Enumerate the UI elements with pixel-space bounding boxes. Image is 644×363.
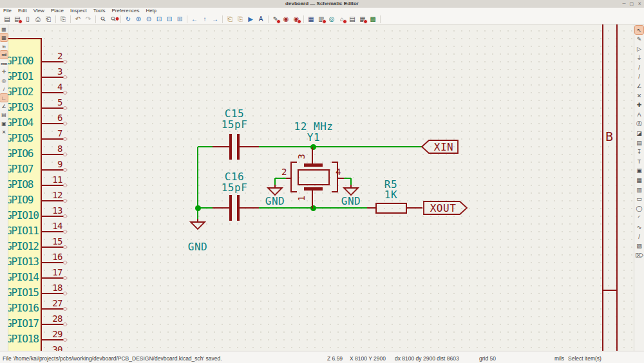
net-label-tool-icon[interactable]: A — [635, 110, 643, 118]
junction-cap-leg[interactable] — [195, 205, 201, 211]
ic-pin-line[interactable] — [42, 231, 64, 232]
symbol-fields-table-icon[interactable]: ▦ — [307, 15, 316, 23]
ic-pin-line[interactable] — [42, 277, 64, 279]
text-box-tool-icon[interactable]: ▣ — [635, 167, 643, 175]
hv-wires-icon[interactable]: ∟ — [0, 94, 8, 102]
show-directive-labels-icon[interactable]: ▣ — [0, 120, 8, 127]
ic-pin-line[interactable] — [42, 107, 64, 109]
wire-to-bus-entry-tool-icon[interactable]: ∠ — [635, 82, 643, 91]
refresh-view-icon[interactable]: ↻ — [124, 15, 133, 23]
place-symbol-tool-icon[interactable]: ▷ — [635, 44, 643, 53]
gnd-symbol-pin2[interactable] — [267, 185, 283, 196]
close-button[interactable]: ✕ — [638, 1, 641, 7]
c16-plate-right[interactable] — [237, 195, 240, 221]
save-as-icon[interactable]: ▤ — [13, 15, 22, 23]
spreadsheet-tool-icon[interactable]: ▥ — [635, 185, 643, 194]
global-label-tool-icon[interactable]: Ⓐ — [635, 120, 643, 128]
show-erc-exclusions-icon[interactable]: ✕ — [0, 129, 8, 136]
update-symbols-icon[interactable]: ◎ — [327, 15, 336, 23]
draw-wire-tool-icon[interactable]: / — [635, 63, 643, 71]
show-hidden-pins-icon[interactable]: ◎ — [0, 77, 8, 84]
cursor-shape-icon[interactable]: ✛ — [0, 68, 8, 76]
y1-pin3-line[interactable] — [312, 147, 313, 164]
hierarchical-label-tool-icon[interactable]: ◪ — [635, 129, 643, 138]
find-replace-icon[interactable]: ⚲ — [107, 13, 119, 25]
y1-plate-bottom[interactable] — [304, 187, 323, 191]
new-sheet-icon[interactable]: ▯ — [23, 15, 32, 23]
ic-pin-line[interactable] — [42, 77, 64, 78]
edit-text-properties-icon[interactable]: A — [256, 15, 265, 23]
r5-pin-right[interactable] — [406, 207, 422, 209]
c16-pin-right[interactable] — [239, 207, 259, 209]
ic-pin-line[interactable] — [42, 324, 64, 325]
erc-exclusions-icon[interactable]: ◉ — [292, 15, 301, 23]
ic-pin-line[interactable] — [42, 216, 64, 217]
c16-pin-left[interactable] — [213, 207, 230, 209]
grid-overrides-icon[interactable]: ▦ — [0, 33, 8, 41]
wire-xin-right[interactable] — [239, 146, 422, 147]
hierarchy-navigator-icon[interactable]: ▶ — [246, 15, 255, 23]
c15-pin-right[interactable] — [239, 146, 259, 147]
xout-global-label[interactable]: XOUT — [425, 203, 461, 214]
junction-tool-icon[interactable]: ✚ — [635, 101, 643, 109]
r5-pin-left[interactable] — [367, 207, 376, 209]
image-tool-icon[interactable]: ▨ — [635, 242, 643, 250]
show-hidden-fields-icon[interactable]: ▤ — [0, 111, 8, 119]
c16-value[interactable]: 15pF — [215, 182, 254, 193]
arc-tool-icon[interactable]: ◜ — [635, 214, 643, 222]
generate-bom-icon[interactable]: ▤ — [348, 15, 357, 23]
y1-value[interactable]: 12 MHz — [288, 121, 339, 132]
plot-icon[interactable]: ⎗ — [44, 15, 53, 23]
draw-bus-tool-icon[interactable]: / — [635, 73, 643, 81]
zoom-objects-icon[interactable]: ⊞ — [175, 15, 184, 23]
run-pcb-editor-icon[interactable]: ▩ — [368, 15, 377, 23]
ic-pin-line[interactable] — [42, 169, 64, 171]
menu-view[interactable]: View — [30, 8, 48, 14]
c15-pin-left[interactable] — [213, 146, 230, 147]
line-tool-icon[interactable]: / — [635, 232, 643, 241]
y1-pin4-line[interactable] — [338, 178, 344, 179]
enter-sheet-icon[interactable]: ⎘ — [236, 15, 245, 23]
assign-footprints-icon[interactable]: ⌂ — [337, 15, 346, 23]
units-mm-icon[interactable]: mm — [0, 60, 8, 68]
maximize-button[interactable]: ▢ — [630, 1, 634, 7]
place-power-port-tool-icon[interactable]: ⏚ — [635, 54, 643, 62]
y1-crystal-body[interactable] — [298, 169, 330, 185]
units-mils-icon[interactable]: mil — [0, 51, 8, 59]
ic-pin-line[interactable] — [42, 308, 64, 310]
c15-plate-right[interactable] — [237, 134, 240, 160]
menu-place[interactable]: Place — [48, 8, 67, 14]
bezier-tool-icon[interactable]: ∿ — [635, 223, 643, 231]
ic-pin-line[interactable] — [42, 61, 64, 62]
zoom-selection-icon[interactable]: ⊟ — [165, 15, 174, 23]
text-tool-icon[interactable]: T — [635, 157, 643, 165]
hierarchical-sheet-tool-icon[interactable]: ▤ — [635, 138, 643, 147]
show-grid-icon[interactable]: ▦ — [0, 25, 8, 33]
ic-pin-line[interactable] — [42, 262, 64, 263]
highlight-net-tool-icon[interactable]: ✎ — [635, 35, 643, 44]
c16-plate-left[interactable] — [229, 195, 232, 221]
menu-help[interactable]: Help — [143, 8, 160, 14]
menu-file[interactable]: File — [0, 8, 15, 14]
ic-pin-line[interactable] — [42, 123, 64, 124]
paste-icon[interactable]: ⎘ — [59, 15, 68, 23]
c15-plate-left[interactable] — [229, 134, 232, 160]
zoom-out-icon[interactable]: ⊖ — [144, 15, 153, 23]
y1-pin1-line[interactable] — [312, 191, 313, 209]
gnd-symbol-main[interactable] — [189, 219, 206, 230]
ic-pin-line[interactable] — [42, 200, 64, 201]
ic-pin-line[interactable] — [42, 138, 64, 140]
zoom-in-icon[interactable]: ⊕ — [134, 15, 143, 23]
menu-inspect[interactable]: Inspect — [67, 8, 90, 14]
y1-pin2-line[interactable] — [286, 178, 291, 179]
leave-sheet-icon[interactable]: ⎗ — [225, 15, 234, 23]
nav-up-icon[interactable]: ↑ — [200, 15, 209, 23]
ic-pin-line[interactable] — [42, 247, 64, 248]
ic-pin-line[interactable] — [42, 92, 64, 93]
xin-global-label[interactable]: XIN — [430, 142, 458, 153]
units-inches-icon[interactable]: in — [0, 42, 8, 50]
nav-back-icon[interactable]: ← — [190, 15, 199, 23]
c15-reference[interactable]: C15 — [215, 108, 254, 119]
annotate-symbols-icon[interactable]: ✎ — [271, 15, 280, 23]
circle-tool-icon[interactable]: ◯ — [635, 204, 643, 212]
